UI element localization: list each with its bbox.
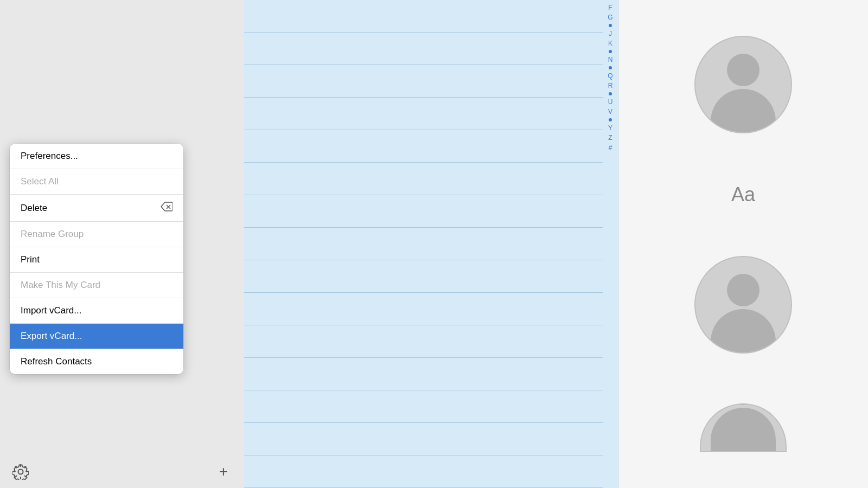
contact-row[interactable]	[244, 325, 603, 358]
menu-item-export-vcard-label: Export vCard...	[21, 331, 82, 342]
contact-row[interactable]	[244, 455, 603, 488]
alpha-dot	[609, 66, 612, 69]
alpha-V[interactable]: V	[603, 107, 618, 117]
alpha-G[interactable]: G	[603, 12, 618, 22]
contact-row[interactable]	[244, 228, 603, 260]
avatar-image-2	[694, 256, 792, 354]
contact-row[interactable]	[244, 423, 603, 455]
contact-row[interactable]	[244, 130, 603, 163]
contact-rows	[244, 0, 603, 488]
menu-item-select-all[interactable]: Select All	[10, 169, 183, 195]
alpha-dot	[609, 24, 612, 27]
add-contact-button[interactable]: +	[214, 462, 233, 481]
contact-avatar-3	[700, 403, 787, 452]
gear-button[interactable]	[11, 462, 30, 481]
alpha-F[interactable]: F	[603, 3, 618, 12]
menu-item-preferences[interactable]: Preferences...	[10, 144, 183, 169]
menu-item-preferences-label: Preferences...	[21, 151, 78, 162]
contacts-list-area: F G J K N Q R U V Y Z #	[244, 0, 618, 488]
alpha-N[interactable]: N	[603, 55, 618, 65]
delete-icon	[161, 202, 173, 214]
alpha-hash[interactable]: #	[603, 143, 618, 152]
menu-item-select-all-label: Select All	[21, 176, 59, 187]
menu-item-print[interactable]: Print	[10, 247, 183, 273]
alpha-dot	[609, 92, 612, 95]
menu-item-print-label: Print	[21, 254, 40, 265]
alphabet-index: F G J K N Q R U V Y Z #	[603, 0, 618, 488]
contact-avatar-2	[694, 256, 792, 354]
menu-item-refresh-contacts[interactable]: Refresh Contacts	[10, 349, 183, 374]
context-menu: Preferences... Select All Delete Rename …	[10, 144, 183, 374]
contact-row[interactable]	[244, 390, 603, 423]
contact-row[interactable]	[244, 163, 603, 195]
alpha-K[interactable]: K	[603, 38, 618, 48]
sidebar-toolbar: +	[0, 455, 244, 488]
alpha-Y[interactable]: Y	[603, 123, 618, 133]
menu-item-make-my-card-label: Make This My Card	[21, 280, 100, 291]
contact-avatar-1	[694, 36, 792, 133]
contact-row[interactable]	[244, 358, 603, 390]
contact-row[interactable]	[244, 98, 603, 130]
menu-item-refresh-contacts-label: Refresh Contacts	[21, 356, 92, 367]
font-preview-label: Aa	[731, 183, 755, 206]
contact-row[interactable]	[244, 33, 603, 65]
detail-panel: Aa	[618, 0, 868, 488]
contact-row[interactable]	[244, 0, 603, 33]
menu-item-make-my-card[interactable]: Make This My Card	[10, 273, 183, 298]
avatar-image-3	[700, 403, 787, 452]
contact-row[interactable]	[244, 65, 603, 98]
alpha-U[interactable]: U	[603, 97, 618, 107]
menu-item-rename-group-label: Rename Group	[21, 229, 84, 240]
alpha-J[interactable]: J	[603, 29, 618, 38]
menu-item-import-vcard[interactable]: Import vCard...	[10, 298, 183, 324]
alpha-Q[interactable]: Q	[603, 71, 618, 81]
alpha-dot	[609, 118, 612, 121]
sidebar: Preferences... Select All Delete Rename …	[0, 0, 244, 488]
contact-row[interactable]	[244, 260, 603, 293]
menu-item-delete-label: Delete	[21, 203, 47, 214]
alpha-dot	[609, 50, 612, 53]
menu-item-import-vcard-label: Import vCard...	[21, 305, 81, 316]
contact-row[interactable]	[244, 293, 603, 325]
avatar-image-1	[694, 36, 792, 133]
menu-item-delete[interactable]: Delete	[10, 195, 183, 222]
svg-point-2	[18, 470, 23, 474]
menu-item-rename-group[interactable]: Rename Group	[10, 222, 183, 247]
alpha-R[interactable]: R	[603, 81, 618, 91]
menu-item-export-vcard[interactable]: Export vCard...	[10, 324, 183, 349]
alpha-Z[interactable]: Z	[603, 133, 618, 143]
contact-row[interactable]	[244, 195, 603, 228]
